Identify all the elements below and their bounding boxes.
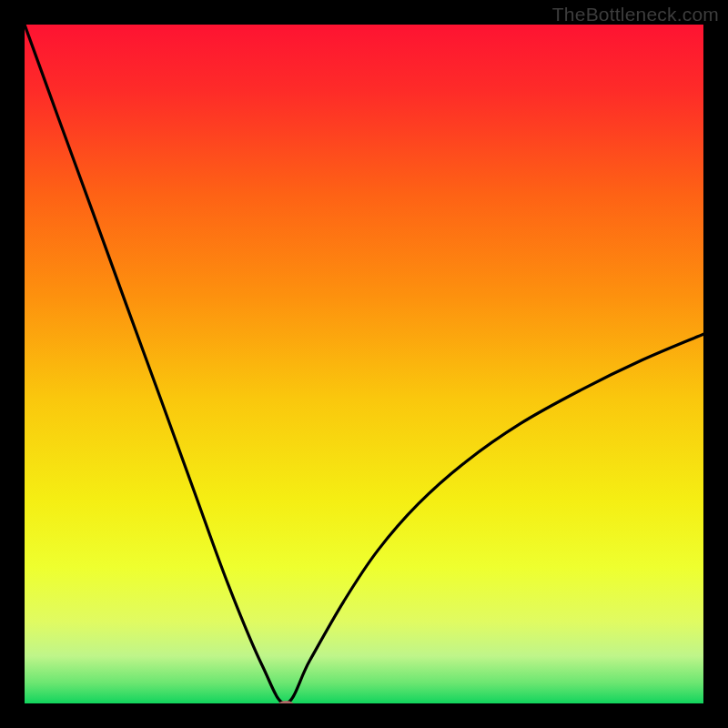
chart-background	[25, 25, 703, 703]
chart-frame	[25, 25, 703, 703]
bottleneck-chart	[25, 25, 703, 703]
watermark-text: TheBottleneck.com	[552, 4, 719, 25]
